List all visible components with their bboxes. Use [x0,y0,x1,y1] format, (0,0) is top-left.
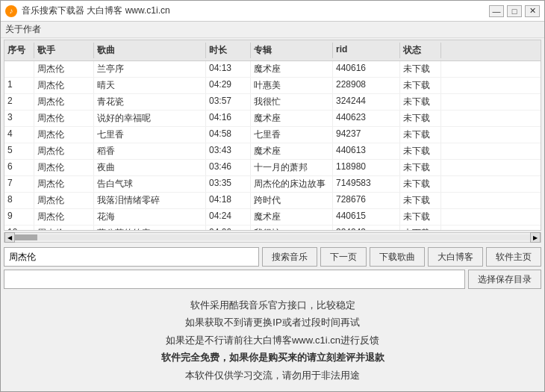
table-cell: 未下载 [400,78,441,93]
table-cell: 未下载 [400,193,441,208]
table-cell: 告白气球 [94,176,206,192]
table-cell: 1 [4,78,34,93]
table-cell: 我很忙 [251,225,333,230]
table-cell: 未下载 [400,209,441,225]
table-cell: 7 [4,176,34,192]
table-cell: 七里香 [94,127,206,143]
col-artist: 歌手 [34,43,94,58]
table-cell: 440613 [333,143,400,159]
blog-button[interactable]: 大白博客 [428,247,483,267]
table-cell: 5 [4,143,34,159]
table-cell: 324243 [333,225,400,230]
table-cell: 10 [4,225,34,230]
table-cell: 周杰伦 [34,176,94,192]
table-cell: 花海 [94,209,206,225]
close-button[interactable]: ✕ [525,5,540,17]
table-cell: 04:16 [206,111,251,126]
title-bar: ♪ 音乐搜索下载器 大白博客 www.c1i.cn — □ ✕ [1,1,544,22]
scroll-track [15,234,530,240]
minimize-button[interactable]: — [489,5,504,17]
table-cell: 周杰伦 [34,160,94,175]
window-title: 音乐搜索下载器 大白博客 www.c1i.cn [22,4,170,17]
table-cell: 03:57 [206,94,251,110]
table-cell: 04:06 [206,225,251,230]
select-save-dir-button[interactable]: 选择保存目录 [468,270,541,289]
table-cell: 03:46 [206,160,251,175]
table-cell: 440615 [333,209,400,225]
table-cell: 周杰伦 [34,94,94,110]
table-row[interactable]: 5周杰伦稻香03:43魔术座440613未下载 [4,143,541,160]
table-row[interactable]: 9周杰伦花海04:24魔术座440615未下载 [4,209,541,225]
table-cell: 跨时代 [251,193,333,208]
table-cell: 未下载 [400,127,441,143]
table-row[interactable]: 8周杰伦我落泪情绪零碎04:18跨时代728676未下载 [4,193,541,209]
table-cell: 03:43 [206,143,251,159]
table-cell: 周杰伦 [34,78,94,93]
table-cell: 未下载 [400,143,441,159]
col-duration: 时长 [206,43,251,58]
table-cell: 蒲公英的约定 [94,225,206,230]
table-cell: 04:13 [206,61,251,77]
next-page-button[interactable]: 下一页 [320,247,367,267]
table-cell: 未下载 [400,160,441,175]
table-cell: 6 [4,160,34,175]
info-line-3: 如果还是不行请前往大白博客www.c1i.cn进行反馈 [4,332,541,349]
col-album: 专辑 [251,43,333,58]
table-row[interactable]: 10周杰伦蒲公英的约定04:06我很忙324243未下载 [4,225,541,230]
table-cell [4,61,34,77]
bottom-section: 搜索音乐 下一页 下载歌曲 大白博客 软件主页 选择保存目录 软件采用酷我音乐官… [1,244,544,391]
menu-about[interactable]: 关于作者 [5,24,41,34]
table-cell: 晴天 [94,78,206,93]
info-line-1: 软件采用酷我音乐官方接口，比较稳定 [4,296,541,314]
col-rid: rid [333,43,400,58]
info-line-5: 本软件仅供学习交流，请勿用于非法用途 [4,367,541,384]
table-row[interactable]: 6周杰伦夜曲03:46十一月的萧邦118980未下载 [4,160,541,176]
download-song-button[interactable]: 下载歌曲 [370,247,425,267]
table-cell: 3 [4,111,34,126]
scroll-right-button[interactable]: ▶ [530,232,541,243]
table-cell: 04:58 [206,127,251,143]
table-cell: 周杰伦 [34,127,94,143]
scroll-thumb [15,234,37,240]
table-cell: 未下载 [400,94,441,110]
horizontal-scrollbar[interactable]: ◀ ▶ [4,232,541,243]
table-cell: 夜曲 [94,160,206,175]
table-cell: 04:24 [206,209,251,225]
table-cell: 228908 [333,78,400,93]
title-controls: — □ ✕ [489,5,540,17]
table-cell: 未下载 [400,111,441,126]
table-cell: 4 [4,127,34,143]
table-cell: 未下载 [400,176,441,192]
home-button[interactable]: 软件主页 [486,247,541,267]
table-cell: 十一月的萧邦 [251,160,333,175]
table-cell: 未下载 [400,61,441,77]
table-cell: 魔术座 [251,111,333,126]
table-cell: 魔术座 [251,209,333,225]
table-cell: 魔术座 [251,143,333,159]
menu-bar: 关于作者 [1,22,544,38]
table-cell: 440616 [333,61,400,77]
table-cell: 七里香 [251,127,333,143]
main-window: ♪ 音乐搜索下载器 大白博客 www.c1i.cn — □ ✕ 关于作者 序号 … [0,0,545,392]
table-row[interactable]: 2周杰伦青花瓷03:57我很忙324244未下载 [4,94,541,111]
col-seq: 序号 [4,43,34,58]
table-row[interactable]: 7周杰伦告白气球03:35周杰伦的床边故事7149583未下载 [4,176,541,193]
save-path-input[interactable] [4,270,465,289]
scroll-left-button[interactable]: ◀ [4,232,15,243]
table-cell: 周杰伦 [34,61,94,77]
search-input[interactable] [4,247,259,267]
table-cell: 728676 [333,193,400,208]
table-cell: 稻香 [94,143,206,159]
save-row: 选择保存目录 [4,270,541,289]
song-table: 序号 歌手 歌曲 时长 专辑 rid 状态 周杰伦兰亭序04:13魔术座4406… [4,40,541,231]
table-row[interactable]: 1周杰伦晴天04:29叶惠美228908未下载 [4,78,541,94]
table-row[interactable]: 4周杰伦七里香04:58七里香94237未下载 [4,127,541,143]
table-body: 周杰伦兰亭序04:13魔术座440616未下载1周杰伦晴天04:29叶惠美228… [4,61,541,230]
table-cell: 周杰伦 [34,225,94,230]
table-row[interactable]: 3周杰伦说好的幸福呢04:16魔术座440623未下载 [4,111,541,127]
search-music-button[interactable]: 搜索音乐 [262,247,317,267]
maximize-button[interactable]: □ [507,5,522,17]
table-row[interactable]: 周杰伦兰亭序04:13魔术座440616未下载 [4,61,541,78]
table-cell: 324244 [333,94,400,110]
table-header: 序号 歌手 歌曲 时长 专辑 rid 状态 [4,40,541,61]
